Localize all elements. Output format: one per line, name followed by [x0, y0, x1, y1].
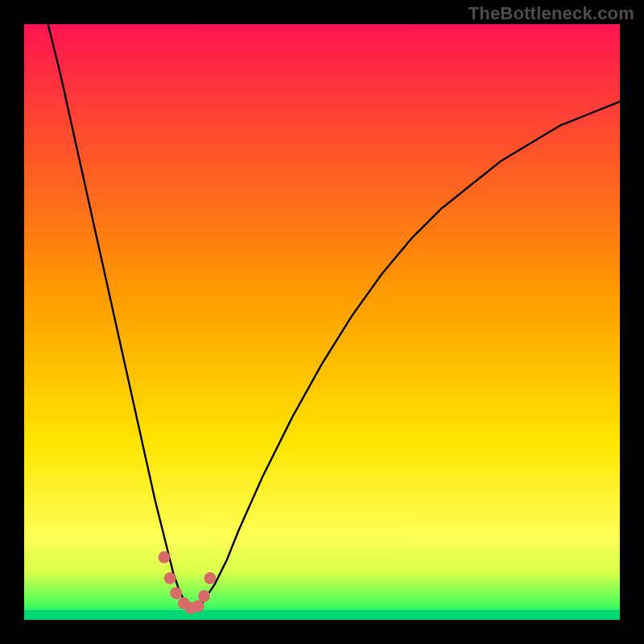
data-dot — [158, 551, 170, 564]
watermark-text: TheBottleneck.com — [469, 3, 634, 24]
bottleneck-curve-chart — [0, 0, 644, 644]
data-dot — [164, 572, 176, 584]
data-dot — [170, 587, 182, 599]
data-dot — [204, 572, 216, 584]
plot-area — [24, 24, 620, 620]
chart-stage: TheBottleneck.com — [0, 0, 644, 644]
optimal-band — [24, 610, 620, 620]
data-dot — [192, 601, 204, 613]
data-dot — [198, 590, 210, 602]
